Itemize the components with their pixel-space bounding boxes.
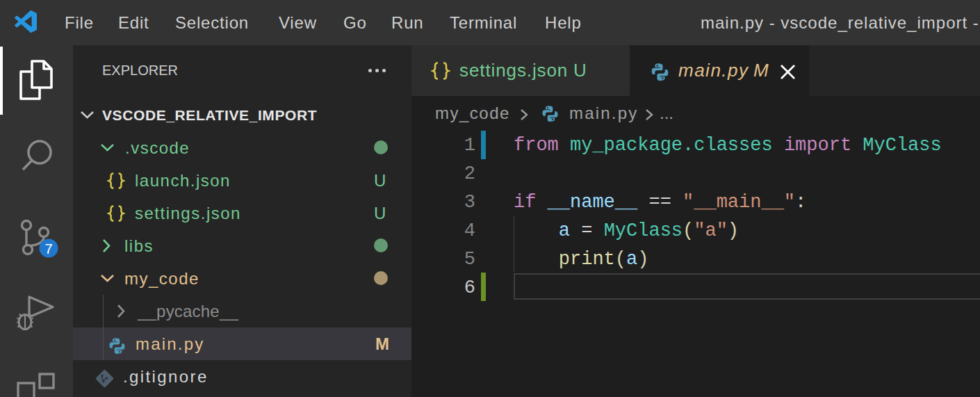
svg-text:7: 7	[44, 241, 52, 257]
